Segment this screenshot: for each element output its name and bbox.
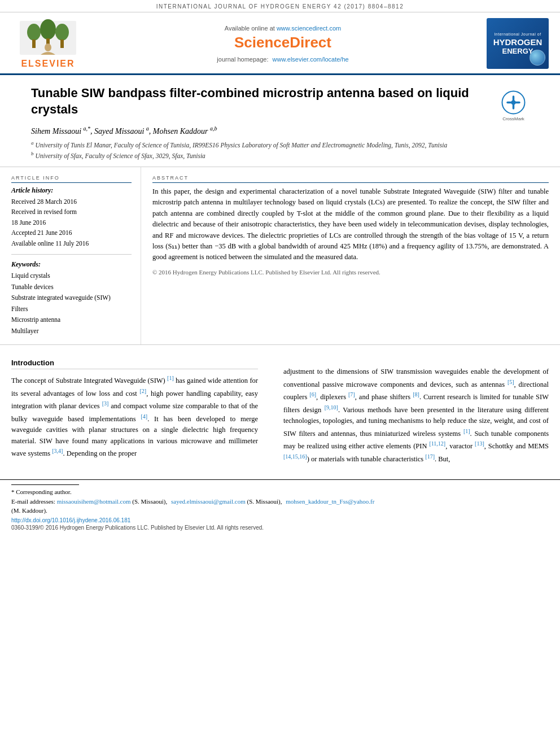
ref-1b[interactable]: [1] bbox=[463, 428, 470, 434]
hydrogen-box: International Journal of HYDROGEN ENERGY bbox=[487, 18, 549, 69]
keyword-4: Filters bbox=[11, 304, 132, 315]
ref-7[interactable]: [7] bbox=[348, 391, 355, 397]
available-online: Available online at www.sciencedirect.co… bbox=[225, 25, 341, 32]
email-2-link[interactable]: sayed.elmissaoui@gmail.com bbox=[171, 498, 246, 505]
page: INTERNATIONAL JOURNAL OF HYDROGEN ENERGY… bbox=[0, 0, 560, 747]
ref-8[interactable]: [8] bbox=[413, 391, 419, 397]
authors-line: Sihem Missaoui a,*, Sayed Missaoui a, Mo… bbox=[31, 125, 487, 136]
issn-line: 0360-3199/© 2016 Hydrogen Energy Publica… bbox=[11, 525, 549, 531]
doi-anchor[interactable]: http://dx.doi.org/10.1016/j.ijhydene.201… bbox=[11, 517, 130, 523]
intro-left-text: The concept of Substrate Integrated Wave… bbox=[11, 374, 258, 459]
ref-13[interactable]: [13] bbox=[475, 440, 484, 447]
crossmark[interactable]: CrossMark bbox=[498, 90, 529, 121]
article-info-label: ARTICLE INFO bbox=[11, 175, 132, 183]
copyright-line: © 2016 Hydrogen Energy Publications LLC.… bbox=[152, 268, 549, 277]
ref-2[interactable]: [2] bbox=[139, 388, 146, 394]
history-title: Article history: bbox=[11, 186, 132, 195]
introduction-title: Introduction bbox=[11, 359, 258, 369]
body-content: Introduction The concept of Substrate In… bbox=[0, 345, 560, 479]
available-online-link[interactable]: www.sciencedirect.com bbox=[277, 25, 341, 32]
journal-banner: INTERNATIONAL JOURNAL OF HYDROGEN ENERGY… bbox=[0, 0, 560, 12]
elsevier-label: ELSEVIER bbox=[21, 59, 75, 69]
svg-rect-6 bbox=[60, 40, 64, 48]
header-area: ELSEVIER Available online at www.science… bbox=[0, 12, 560, 75]
hydrogen-energy: ENERGY bbox=[502, 47, 533, 55]
fn-separator bbox=[11, 484, 79, 485]
article-info-abstract: ARTICLE INFO Article history: Received 2… bbox=[0, 167, 560, 345]
abstract-text: In this paper, the design and experiment… bbox=[152, 186, 549, 277]
history-item-2: Received in revised form bbox=[11, 207, 132, 217]
article-header: Tunable SIW bandpass filter-combined mic… bbox=[0, 75, 560, 167]
journal-homepage: journal homepage: www.elsevier.com/locat… bbox=[217, 56, 348, 63]
ref-11-12[interactable]: [11,12] bbox=[429, 440, 445, 447]
ref-14-16[interactable]: [14,15,16] bbox=[283, 453, 307, 460]
elsevier-logo: ELSEVIER bbox=[11, 18, 85, 69]
elsevier-tree-icon bbox=[17, 18, 79, 58]
footnotes: * Corresponding author. E-mail addresses… bbox=[0, 479, 560, 534]
ref-6[interactable]: [6] bbox=[309, 391, 316, 397]
svg-point-11 bbox=[511, 101, 516, 105]
keyword-2: Tunable devices bbox=[11, 282, 132, 293]
hydrogen-title: HYDROGEN bbox=[493, 38, 542, 47]
crossmark-label: CrossMark bbox=[502, 116, 524, 121]
hydrogen-energy-logo: International Journal of HYDROGEN ENERGY bbox=[481, 18, 549, 69]
svg-point-2 bbox=[40, 19, 56, 40]
email-1-link[interactable]: missaouisihem@hotmail.com bbox=[57, 498, 131, 505]
sciencedirect-title: ScienceDirect bbox=[234, 34, 331, 51]
header-center: Available online at www.sciencedirect.co… bbox=[90, 25, 475, 63]
body-right-col: adjustment to the dimensions of SIW tran… bbox=[271, 351, 549, 468]
keywords-title: Keywords: bbox=[11, 260, 132, 269]
history-item-3: 18 June 2016 bbox=[11, 217, 132, 228]
abstract-paragraph: In this paper, the design and experiment… bbox=[152, 186, 549, 263]
keyword-3: Substrate integrated waveguide (SIW) bbox=[11, 292, 132, 304]
history-item-4: Accepted 21 June 2016 bbox=[11, 228, 132, 238]
email-addresses: E-mail addresses: missaouisihem@hotmail.… bbox=[11, 497, 549, 506]
hydrogen-intl: International Journal of bbox=[494, 32, 541, 37]
history-item-1: Received 28 March 2016 bbox=[11, 196, 132, 207]
email-1-name: (S. Missaoui), bbox=[132, 498, 167, 505]
email-2-name: (S. Missaoui), bbox=[247, 498, 282, 505]
ref-4[interactable]: [4] bbox=[141, 413, 148, 420]
ref-9-10[interactable]: [9,10] bbox=[325, 404, 338, 410]
keyword-1: Liquid crystals bbox=[11, 270, 132, 282]
ref-3[interactable]: [3] bbox=[102, 400, 109, 407]
svg-point-7 bbox=[45, 43, 51, 51]
abstract-col: ABSTRACT In this paper, the design and e… bbox=[141, 167, 549, 344]
keyword-6: Multilayer bbox=[11, 326, 132, 337]
ref-1[interactable]: [1] bbox=[167, 375, 174, 381]
email-3-owner: (M. Kaddour). bbox=[11, 506, 549, 516]
history-item-5: Available online 11 July 2016 bbox=[11, 238, 132, 248]
article-title: Tunable SIW bandpass filter-combined mic… bbox=[31, 85, 487, 117]
intro-right-text: adjustment to the dimensions of SIW tran… bbox=[283, 366, 549, 465]
affiliations: a University of Tunis El Manar, Faculty … bbox=[31, 139, 487, 161]
journal-homepage-link[interactable]: www.elsevier.com/locate/he bbox=[273, 56, 349, 63]
crossmark-icon bbox=[501, 90, 526, 115]
article-info-col: ARTICLE INFO Article history: Received 2… bbox=[11, 167, 141, 344]
ref-17[interactable]: [17] bbox=[425, 453, 435, 460]
doi-link[interactable]: http://dx.doi.org/10.1016/j.ijhydene.201… bbox=[11, 517, 549, 523]
corresponding-author: * Corresponding author. bbox=[11, 487, 549, 497]
svg-rect-4 bbox=[32, 40, 36, 48]
keyword-5: Microstrip antenna bbox=[11, 314, 132, 326]
ref-5[interactable]: [5] bbox=[508, 379, 514, 385]
article-title-block: Tunable SIW bandpass filter-combined mic… bbox=[31, 85, 487, 161]
journal-banner-text: INTERNATIONAL JOURNAL OF HYDROGEN ENERGY… bbox=[156, 3, 404, 10]
svg-point-3 bbox=[55, 24, 69, 41]
svg-point-1 bbox=[27, 24, 41, 41]
ref-3-4[interactable]: [3,4] bbox=[52, 448, 63, 454]
body-left-col: Introduction The concept of Substrate In… bbox=[11, 351, 271, 468]
email-3-link[interactable]: mohsen_kaddour_tn_Fss@yahoo.fr bbox=[286, 498, 374, 505]
abstract-label: ABSTRACT bbox=[152, 175, 549, 183]
